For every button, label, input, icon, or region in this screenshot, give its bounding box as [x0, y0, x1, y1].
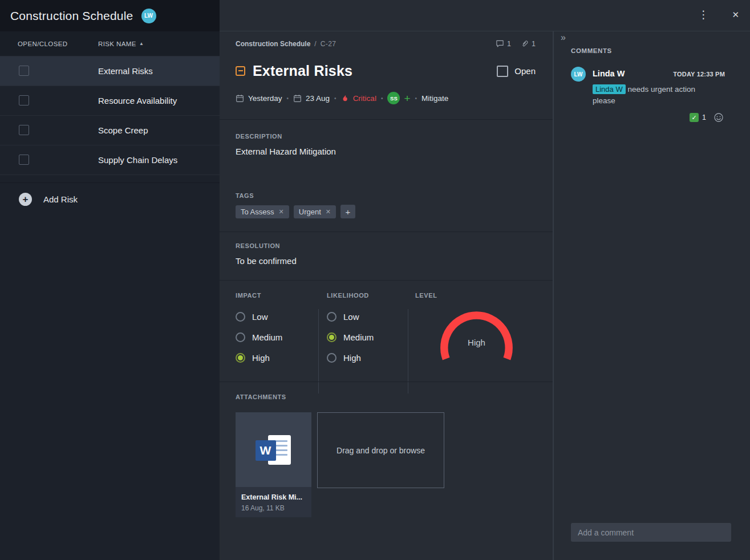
user-mention[interactable]: Linda W	[593, 84, 626, 94]
impact-option-high[interactable]: High	[236, 352, 282, 363]
kebab-menu-icon[interactable]: ⋮	[698, 9, 709, 20]
radio-label: Low	[252, 312, 268, 322]
column-risk-name-label: RISK NAME	[98, 40, 136, 47]
tag-urgent[interactable]: Urgent ✕	[294, 205, 336, 218]
radio-label: Medium	[343, 332, 374, 342]
severity-badge[interactable]: Critical	[341, 94, 376, 103]
assignee-avatar[interactable]: SS	[387, 92, 400, 104]
open-status-toggle[interactable]: Open	[497, 66, 536, 77]
impact-option-medium[interactable]: Medium	[236, 331, 282, 343]
strategy-value[interactable]: Mitigate	[421, 94, 448, 103]
likelihood-option-medium[interactable]: Medium	[327, 331, 374, 343]
radio-icon[interactable]	[327, 353, 337, 363]
radio-icon-selected[interactable]	[327, 332, 337, 342]
comments-panel: » COMMENTS LW Linda W TODAY 12:33 PM Lin…	[553, 31, 750, 560]
paperclip-icon	[521, 40, 529, 48]
comments-counter[interactable]: 1	[496, 39, 511, 48]
column-open-closed[interactable]: OPEN/CLOSED	[18, 40, 67, 47]
impact-option-low[interactable]: Low	[236, 311, 282, 322]
row-checkbox[interactable]	[19, 125, 29, 135]
app-window: Construction Schedule LW OPEN/CLOSED RIS…	[0, 0, 750, 560]
resolution-label: RESOLUTION	[236, 242, 536, 249]
risk-name[interactable]: External Risks	[98, 66, 153, 76]
file-dropzone[interactable]: Drag and drop or browse	[317, 412, 444, 488]
item-detail-panel: Construction Schedule / C-27 1 1	[220, 31, 553, 560]
add-assignee-icon[interactable]: +	[404, 93, 410, 104]
comment-body: Linda W needs urgent action please	[593, 84, 708, 107]
radio-icon-selected[interactable]	[236, 353, 245, 363]
comment-author-avatar[interactable]: LW	[571, 67, 586, 82]
meta-separator-dot: •	[381, 95, 383, 102]
tag-text: Urgent	[299, 208, 321, 216]
item-title[interactable]: External Risks	[253, 63, 352, 79]
sort-asc-icon[interactable]: ▲	[139, 41, 144, 46]
likelihood-radio-group: Low Medium High	[327, 311, 374, 372]
gauge-arc	[429, 303, 524, 365]
top-bar: ⋮ ✕	[220, 0, 750, 31]
risk-name[interactable]: Resource Availability	[98, 96, 177, 105]
add-risk-label: Add Risk	[43, 194, 78, 204]
likelihood-option-low[interactable]: Low	[327, 311, 374, 322]
attachments-count: 1	[532, 40, 536, 48]
start-date[interactable]: Yesterday	[236, 94, 282, 103]
word-document-icon: W	[256, 434, 292, 466]
meta-separator-dot: •	[415, 95, 417, 102]
radio-icon[interactable]	[327, 312, 337, 322]
risk-name[interactable]: Supply Chain Delays	[98, 155, 177, 165]
sidebar-column-headers: OPEN/CLOSED RISK NAME ▲	[0, 31, 220, 56]
close-icon[interactable]: ✕	[732, 10, 739, 19]
sidebar-header: Construction Schedule LW	[0, 0, 220, 31]
item-title-row: External Risks Open	[236, 63, 536, 79]
tag-remove-icon[interactable]: ✕	[326, 208, 331, 216]
collapse-panel-icon[interactable]: »	[561, 33, 566, 43]
attachment-filename: External Risk Mi...	[241, 493, 306, 501]
risk-row-scope-creep[interactable]: Scope Creep	[0, 116, 220, 145]
dropzone-text: Drag and drop or browse	[337, 446, 425, 455]
meta-separator-dot: •	[287, 95, 289, 102]
risk-row-supply-chain-delays[interactable]: Supply Chain Delays	[0, 145, 220, 175]
row-checkbox[interactable]	[19, 66, 29, 76]
breadcrumb-separator: /	[314, 40, 316, 48]
description-value[interactable]: External Hazard Mitigation	[236, 147, 536, 156]
item-meta-row: Yesterday • 23 Aug • Critical • SS + • M…	[236, 92, 536, 104]
comment-timestamp: TODAY 12:33 PM	[673, 71, 725, 78]
risk-row-external-risks[interactable]: External Risks	[0, 56, 220, 86]
risk-name[interactable]: Scope Creep	[98, 125, 148, 135]
due-date[interactable]: 23 Aug	[293, 94, 330, 103]
open-label: Open	[514, 66, 536, 76]
add-risk-button[interactable]: + Add Risk	[0, 193, 220, 206]
resolution-value[interactable]: To be confirmed	[236, 256, 536, 266]
row-checkbox[interactable]	[19, 95, 29, 105]
attachments-label: ATTACHMENTS	[236, 393, 536, 400]
level-label: LEVEL	[415, 292, 437, 299]
tag-to-assess[interactable]: To Assess ✕	[236, 205, 289, 218]
add-reaction-icon[interactable]	[713, 112, 724, 123]
radio-icon[interactable]	[236, 312, 245, 322]
radio-label: Medium	[252, 332, 282, 342]
tag-text: To Assess	[241, 208, 274, 216]
add-tag-button[interactable]: +	[340, 205, 355, 218]
word-logo-letter: W	[256, 440, 276, 461]
tag-remove-icon[interactable]: ✕	[279, 208, 284, 216]
description-label: DESCRIPTION	[236, 133, 536, 140]
comments-count: 1	[507, 40, 511, 48]
attachments-counter[interactable]: 1	[521, 40, 536, 48]
vertical-divider	[318, 309, 319, 393]
radio-label: High	[252, 353, 270, 363]
row-checkbox[interactable]	[19, 155, 29, 165]
column-risk-name[interactable]: RISK NAME ▲	[98, 40, 144, 47]
reaction-row: ✓ 1	[690, 112, 724, 123]
plus-icon: +	[19, 193, 32, 206]
tags-label: TAGS	[236, 192, 536, 199]
radio-label: Low	[343, 312, 359, 322]
comment-input[interactable]	[571, 523, 731, 542]
breadcrumb-board[interactable]: Construction Schedule	[236, 40, 310, 48]
impact-label: IMPACT	[236, 292, 261, 299]
open-checkbox[interactable]	[497, 66, 508, 77]
radio-icon[interactable]	[236, 332, 245, 342]
attachment-card[interactable]: W External Risk Mi... 16 Aug, 11 KB	[236, 412, 311, 517]
risk-row-resource-availability[interactable]: Resource Availability	[0, 86, 220, 116]
likelihood-option-high[interactable]: High	[327, 352, 374, 363]
user-avatar[interactable]: LW	[141, 9, 156, 23]
check-reaction-icon[interactable]: ✓	[690, 113, 699, 122]
